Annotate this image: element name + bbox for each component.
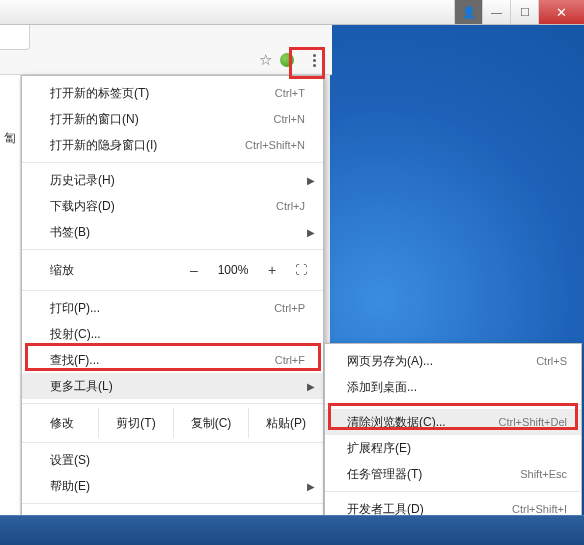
submenu-item-task-manager[interactable]: 任务管理器(T)Shift+Esc [325,461,581,487]
menu-item-bookmarks[interactable]: 书签(B)▶ [22,219,323,245]
page-char: 匐 [4,130,16,147]
menu-item-print[interactable]: 打印(P)...Ctrl+P [22,295,323,321]
maximize-icon: ☐ [520,6,530,19]
menu-separator [325,404,581,405]
minimize-button[interactable]: — [482,0,510,24]
vertical-dots-icon [313,54,316,67]
page-content-strip: 匐 [0,75,21,515]
more-tools-submenu: 网页另存为(A)...Ctrl+S 添加到桌面... 清除浏览数据(C)...C… [324,343,582,527]
menu-edit-row: 修改 剪切(T) 复制(C) 粘贴(P) [22,408,323,438]
menu-item-downloads[interactable]: 下载内容(D)Ctrl+J [22,193,323,219]
close-icon: ✕ [556,5,567,20]
submenu-item-extensions[interactable]: 扩展程序(E) [325,435,581,461]
submenu-item-clear-data[interactable]: 清除浏览数据(C)...Ctrl+Shift+Del [325,409,581,435]
menu-item-cast[interactable]: 投射(C)... [22,321,323,347]
bookmark-star-icon[interactable]: ☆ [259,51,272,69]
edit-label: 修改 [50,415,98,432]
chevron-right-icon: ▶ [307,227,315,238]
menu-item-history[interactable]: 历史记录(H)▶ [22,167,323,193]
profile-button[interactable]: 👤 [454,0,482,24]
browser-toolbar: ☆ [0,25,332,75]
copy-button[interactable]: 复制(C) [173,408,248,438]
zoom-percent: 100% [211,263,255,277]
window-titlebar: 👤 — ☐ ✕ [0,0,584,25]
menu-separator [325,491,581,492]
fullscreen-button[interactable]: ⛶ [289,263,313,277]
zoom-in-button[interactable]: + [255,262,289,278]
menu-zoom-row: 缩放 – 100% + ⛶ [22,254,323,286]
cut-button[interactable]: 剪切(T) [98,408,173,438]
minimize-icon: — [491,6,502,18]
chevron-right-icon: ▶ [307,481,315,492]
person-icon: 👤 [462,6,476,19]
windows-taskbar[interactable] [0,515,584,545]
chevron-right-icon: ▶ [307,381,315,392]
menu-separator [22,249,323,250]
menu-item-new-window[interactable]: 打开新的窗口(N)Ctrl+N [22,106,323,132]
menu-separator [22,162,323,163]
chrome-main-menu: 打开新的标签页(T)Ctrl+T 打开新的窗口(N)Ctrl+N 打开新的隐身窗… [21,75,324,539]
menu-item-more-tools[interactable]: 更多工具(L)▶ [22,373,323,399]
close-button[interactable]: ✕ [538,0,584,24]
menu-separator [22,290,323,291]
menu-item-incognito[interactable]: 打开新的隐身窗口(I)Ctrl+Shift+N [22,132,323,158]
menu-separator [22,503,323,504]
submenu-item-save-as[interactable]: 网页另存为(A)...Ctrl+S [325,348,581,374]
chrome-menu-button[interactable] [302,48,326,72]
paste-button[interactable]: 粘贴(P) [248,408,323,438]
maximize-button[interactable]: ☐ [510,0,538,24]
menu-item-help[interactable]: 帮助(E)▶ [22,473,323,499]
chevron-right-icon: ▶ [307,175,315,186]
submenu-item-add-desktop[interactable]: 添加到桌面... [325,374,581,400]
menu-item-new-tab[interactable]: 打开新的标签页(T)Ctrl+T [22,80,323,106]
menu-separator [22,442,323,443]
zoom-out-button[interactable]: – [177,262,211,278]
menu-item-settings[interactable]: 设置(S) [22,447,323,473]
extension-icon[interactable] [280,53,294,67]
zoom-label: 缩放 [50,262,177,279]
menu-separator [22,403,323,404]
menu-item-find[interactable]: 查找(F)...Ctrl+F [22,347,323,373]
